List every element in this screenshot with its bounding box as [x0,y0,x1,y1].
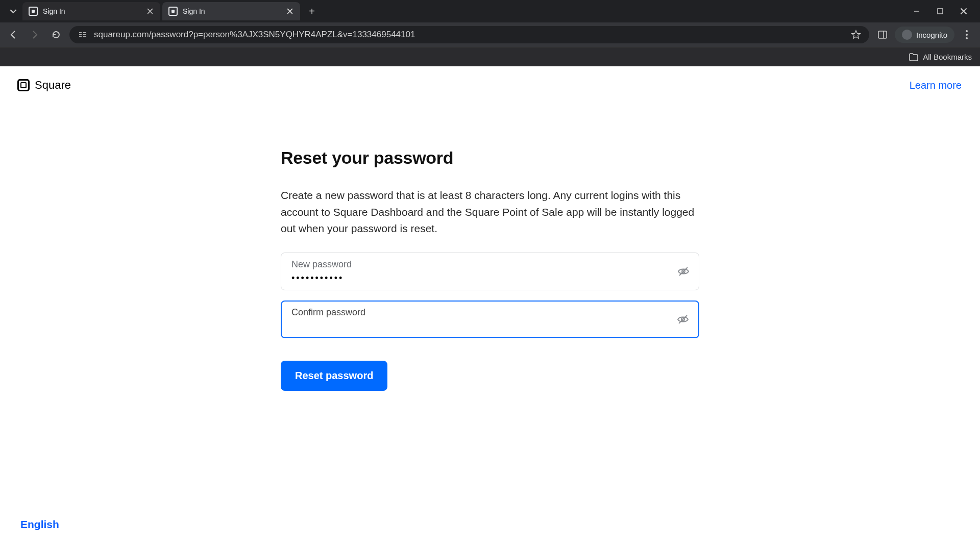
tab-strip: Sign In Sign In + [0,0,980,22]
svg-point-11 [966,37,968,39]
svg-rect-3 [79,36,82,37]
chrome-menu-button[interactable] [959,27,975,43]
svg-rect-0 [938,9,943,14]
close-icon[interactable] [146,7,154,15]
brand[interactable]: Square [17,79,71,92]
learn-more-link[interactable]: Learn more [910,80,962,91]
svg-rect-7 [878,31,887,38]
tab-title: Sign In [43,7,141,15]
maximize-button[interactable] [934,5,946,17]
svg-rect-5 [83,34,86,35]
folder-icon [909,52,919,62]
brand-name: Square [35,79,71,92]
extensions-area: Incognito [874,27,975,43]
forward-button[interactable] [27,27,43,43]
incognito-chip[interactable]: Incognito [895,27,954,43]
bookmarks-bar: All Bookmarks [0,47,980,66]
page-title: Reset your password [281,148,699,168]
svg-rect-4 [83,32,86,33]
side-panel-icon[interactable] [874,27,891,43]
language-picker[interactable]: English [20,518,59,531]
tab-0[interactable]: Sign In [22,2,160,20]
svg-point-10 [966,34,968,36]
new-password-label: New password [291,259,670,270]
svg-point-9 [966,30,968,32]
svg-rect-1 [79,32,82,33]
page-content: Square Learn more Reset your password Cr… [0,66,980,551]
close-icon[interactable] [286,7,294,15]
reload-button[interactable] [48,27,64,43]
confirm-password-label: Confirm password [291,307,670,318]
new-tab-button[interactable]: + [304,4,320,19]
tab-search-dropdown[interactable] [4,2,22,20]
page-header: Square Learn more [0,66,980,92]
square-favicon-icon [29,7,38,16]
incognito-label: Incognito [916,31,947,39]
all-bookmarks-button[interactable]: All Bookmarks [909,52,972,62]
tab-title: Sign In [183,7,281,15]
square-logo-icon [17,79,30,91]
window-controls [911,5,980,17]
square-favicon-icon [168,7,178,16]
close-window-button[interactable] [958,5,970,17]
page-description: Create a new password that is at least 8… [281,187,699,237]
back-button[interactable] [5,27,21,43]
confirm-password-field[interactable]: Confirm password [281,300,699,338]
all-bookmarks-label: All Bookmarks [923,53,972,61]
bookmark-star-icon[interactable] [851,30,861,40]
svg-line-13 [679,267,688,276]
url-text: squareup.com/password?p=person%3AJX3SN5Y… [94,30,845,40]
address-bar[interactable]: squareup.com/password?p=person%3AJX3SN5Y… [69,26,869,43]
reset-password-form: Reset your password Create a new passwor… [281,148,699,391]
svg-line-15 [679,315,687,323]
new-password-field[interactable]: New password [281,253,699,290]
address-bar-row: squareup.com/password?p=person%3AJX3SN5Y… [0,22,980,47]
browser-chrome: Sign In Sign In + [0,0,980,66]
tab-1[interactable]: Sign In [162,2,300,20]
svg-rect-2 [79,34,82,35]
incognito-icon [902,30,912,40]
confirm-password-input[interactable] [291,321,670,332]
minimize-button[interactable] [911,5,923,17]
svg-rect-6 [83,36,86,37]
new-password-input[interactable] [291,273,670,284]
site-info-icon[interactable] [78,30,88,40]
reset-password-button[interactable]: Reset password [281,361,387,391]
show-password-icon[interactable] [677,313,689,325]
show-password-icon[interactable] [677,265,690,278]
